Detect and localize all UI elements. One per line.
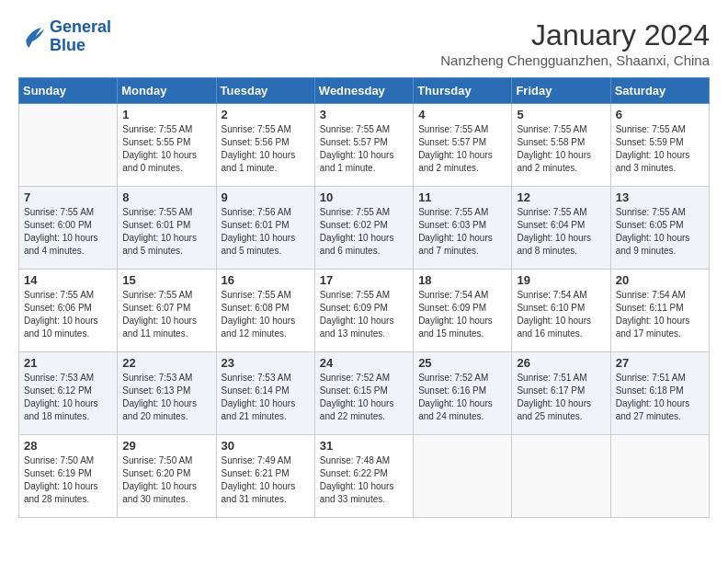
day-number: 10 (320, 190, 408, 204)
day-info: Sunrise: 7:55 AM Sunset: 6:04 PM Dayligh… (517, 206, 605, 258)
calendar-cell (512, 435, 610, 518)
day-number: 11 (418, 190, 506, 204)
day-info: Sunrise: 7:54 AM Sunset: 6:11 PM Dayligh… (616, 289, 704, 340)
day-info: Sunrise: 7:49 AM Sunset: 6:21 PM Dayligh… (222, 454, 310, 506)
day-info: Sunrise: 7:55 AM Sunset: 5:57 PM Dayligh… (418, 123, 506, 175)
day-info: Sunrise: 7:55 AM Sunset: 6:06 PM Dayligh… (24, 289, 112, 340)
day-info: Sunrise: 7:51 AM Sunset: 6:18 PM Dayligh… (616, 372, 704, 423)
title-block: January 2024 Nanzheng Chengguanzhen, Sha… (440, 18, 710, 68)
logo-text: GeneralBlue (50, 18, 111, 55)
day-info: Sunrise: 7:50 AM Sunset: 6:19 PM Dayligh… (24, 454, 112, 506)
day-number: 22 (122, 356, 210, 370)
calendar-week-row: 1Sunrise: 7:55 AM Sunset: 5:55 PM Daylig… (19, 104, 710, 187)
day-number: 15 (122, 273, 210, 287)
calendar-cell: 23Sunrise: 7:53 AM Sunset: 6:14 PM Dayli… (216, 352, 314, 435)
day-info: Sunrise: 7:53 AM Sunset: 6:13 PM Dayligh… (122, 372, 210, 423)
day-number: 6 (616, 108, 704, 121)
day-info: Sunrise: 7:55 AM Sunset: 5:56 PM Dayligh… (222, 123, 310, 175)
day-info: Sunrise: 7:54 AM Sunset: 6:09 PM Dayligh… (418, 289, 506, 340)
day-number: 25 (418, 356, 506, 370)
day-info: Sunrise: 7:48 AM Sunset: 6:22 PM Dayligh… (320, 454, 408, 506)
calendar-cell: 5Sunrise: 7:55 AM Sunset: 5:58 PM Daylig… (512, 104, 610, 187)
day-info: Sunrise: 7:50 AM Sunset: 6:20 PM Dayligh… (122, 454, 210, 506)
calendar-cell: 31Sunrise: 7:48 AM Sunset: 6:22 PM Dayli… (314, 435, 413, 518)
day-info: Sunrise: 7:52 AM Sunset: 6:15 PM Dayligh… (320, 372, 408, 423)
day-number: 9 (222, 190, 310, 204)
calendar-cell: 1Sunrise: 7:55 AM Sunset: 5:55 PM Daylig… (118, 104, 216, 187)
logo-icon (18, 23, 46, 51)
day-info: Sunrise: 7:55 AM Sunset: 6:03 PM Dayligh… (418, 206, 506, 258)
day-number: 1 (122, 108, 210, 121)
calendar-cell: 16Sunrise: 7:55 AM Sunset: 6:08 PM Dayli… (216, 270, 314, 352)
calendar-cell: 22Sunrise: 7:53 AM Sunset: 6:13 PM Dayli… (118, 352, 216, 435)
day-number: 31 (320, 439, 408, 453)
day-number: 5 (517, 108, 605, 121)
weekday-header-saturday: Saturday (610, 78, 709, 104)
calendar-cell: 12Sunrise: 7:55 AM Sunset: 6:04 PM Dayli… (512, 187, 610, 270)
calendar-cell: 24Sunrise: 7:52 AM Sunset: 6:15 PM Dayli… (314, 352, 413, 435)
calendar-cell: 21Sunrise: 7:53 AM Sunset: 6:12 PM Dayli… (19, 352, 118, 435)
calendar-cell: 25Sunrise: 7:52 AM Sunset: 6:16 PM Dayli… (414, 352, 512, 435)
day-info: Sunrise: 7:55 AM Sunset: 6:01 PM Dayligh… (122, 206, 210, 258)
calendar-cell: 28Sunrise: 7:50 AM Sunset: 6:19 PM Dayli… (19, 435, 118, 518)
day-info: Sunrise: 7:53 AM Sunset: 6:12 PM Dayligh… (24, 372, 112, 423)
day-info: Sunrise: 7:55 AM Sunset: 6:08 PM Dayligh… (222, 289, 310, 340)
day-number: 27 (616, 356, 704, 370)
day-number: 7 (24, 190, 112, 204)
day-number: 21 (24, 356, 112, 370)
day-number: 8 (122, 190, 210, 204)
day-number: 2 (222, 108, 310, 121)
day-info: Sunrise: 7:55 AM Sunset: 5:57 PM Dayligh… (320, 123, 408, 175)
calendar-cell: 3Sunrise: 7:55 AM Sunset: 5:57 PM Daylig… (314, 104, 413, 187)
day-number: 29 (122, 439, 210, 453)
day-number: 18 (418, 273, 506, 287)
day-info: Sunrise: 7:51 AM Sunset: 6:17 PM Dayligh… (517, 372, 605, 423)
calendar-table: SundayMondayTuesdayWednesdayThursdayFrid… (18, 77, 710, 518)
calendar-cell (414, 435, 512, 518)
day-info: Sunrise: 7:56 AM Sunset: 6:01 PM Dayligh… (222, 206, 310, 258)
weekday-header-tuesday: Tuesday (216, 78, 314, 104)
calendar-title: January 2024 (440, 18, 710, 52)
calendar-cell: 7Sunrise: 7:55 AM Sunset: 6:00 PM Daylig… (19, 187, 118, 270)
calendar-week-row: 21Sunrise: 7:53 AM Sunset: 6:12 PM Dayli… (19, 352, 710, 435)
weekday-header-wednesday: Wednesday (314, 78, 413, 104)
calendar-cell (19, 104, 118, 187)
day-number: 13 (616, 190, 704, 204)
day-info: Sunrise: 7:55 AM Sunset: 6:02 PM Dayligh… (320, 206, 408, 258)
day-number: 12 (517, 190, 605, 204)
day-number: 3 (320, 108, 408, 121)
calendar-cell: 29Sunrise: 7:50 AM Sunset: 6:20 PM Dayli… (118, 435, 216, 518)
day-info: Sunrise: 7:55 AM Sunset: 5:58 PM Dayligh… (517, 123, 605, 175)
day-info: Sunrise: 7:55 AM Sunset: 6:05 PM Dayligh… (616, 206, 704, 258)
day-number: 28 (24, 439, 112, 453)
weekday-header-monday: Monday (118, 78, 216, 104)
calendar-cell: 15Sunrise: 7:55 AM Sunset: 6:07 PM Dayli… (118, 270, 216, 352)
calendar-week-row: 28Sunrise: 7:50 AM Sunset: 6:19 PM Dayli… (19, 435, 710, 518)
calendar-cell: 8Sunrise: 7:55 AM Sunset: 6:01 PM Daylig… (118, 187, 216, 270)
day-info: Sunrise: 7:55 AM Sunset: 6:09 PM Dayligh… (320, 289, 408, 340)
weekday-header-thursday: Thursday (414, 78, 512, 104)
day-number: 26 (517, 356, 605, 370)
day-number: 17 (320, 273, 408, 287)
calendar-cell: 11Sunrise: 7:55 AM Sunset: 6:03 PM Dayli… (414, 187, 512, 270)
day-number: 4 (418, 108, 506, 121)
calendar-cell (610, 435, 709, 518)
weekday-header-row: SundayMondayTuesdayWednesdayThursdayFrid… (19, 78, 710, 104)
calendar-subtitle: Nanzheng Chengguanzhen, Shaanxi, China (440, 52, 710, 68)
day-number: 30 (222, 439, 310, 453)
day-number: 24 (320, 356, 408, 370)
calendar-cell: 20Sunrise: 7:54 AM Sunset: 6:11 PM Dayli… (610, 270, 709, 352)
calendar-cell: 6Sunrise: 7:55 AM Sunset: 5:59 PM Daylig… (610, 104, 709, 187)
page-header: GeneralBlue January 2024 Nanzheng Chengg… (18, 18, 710, 68)
calendar-cell: 26Sunrise: 7:51 AM Sunset: 6:17 PM Dayli… (512, 352, 610, 435)
day-number: 16 (222, 273, 310, 287)
day-info: Sunrise: 7:55 AM Sunset: 5:55 PM Dayligh… (122, 123, 210, 175)
calendar-cell: 14Sunrise: 7:55 AM Sunset: 6:06 PM Dayli… (19, 270, 118, 352)
calendar-cell: 30Sunrise: 7:49 AM Sunset: 6:21 PM Dayli… (216, 435, 314, 518)
calendar-cell: 19Sunrise: 7:54 AM Sunset: 6:10 PM Dayli… (512, 270, 610, 352)
weekday-header-friday: Friday (512, 78, 610, 104)
day-info: Sunrise: 7:52 AM Sunset: 6:16 PM Dayligh… (418, 372, 506, 423)
day-number: 19 (517, 273, 605, 287)
calendar-cell: 17Sunrise: 7:55 AM Sunset: 6:09 PM Dayli… (314, 270, 413, 352)
day-number: 23 (222, 356, 310, 370)
